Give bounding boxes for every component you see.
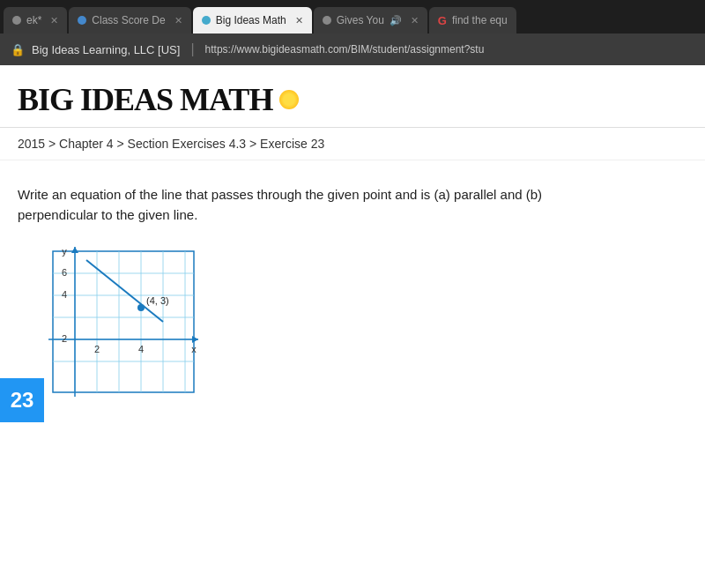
- svg-text:2: 2: [62, 333, 67, 344]
- tab-bar: ek* ✕ Class Score De ✕ Big Ideas Math ✕ …: [0, 0, 705, 33]
- tab-label-2: Class Score De: [92, 14, 165, 26]
- page-content: BIG IDEAS MATH 2015 > Chapter 4 > Sectio…: [0, 65, 705, 588]
- svg-text:y: y: [62, 246, 67, 257]
- site-name: Big Ideas Learning, LLC [US]: [32, 43, 180, 56]
- tab-dot-3: [202, 16, 211, 25]
- tab-label-1: ek*: [26, 14, 41, 26]
- tab-dot-4: [323, 16, 331, 25]
- svg-text:6: 6: [62, 267, 67, 278]
- lock-icon: 🔒: [11, 43, 25, 56]
- address-separator: |: [190, 41, 194, 57]
- svg-text:4: 4: [62, 289, 67, 300]
- bim-title: BIG IDEAS MATH: [18, 81, 687, 118]
- svg-text:2: 2: [94, 344, 100, 354]
- audio-icon: 🔊: [390, 15, 402, 26]
- tab-dot-2: [78, 16, 86, 25]
- svg-rect-0: [53, 251, 194, 392]
- bim-title-text: BIG IDEAS MATH: [18, 81, 272, 118]
- svg-marker-15: [71, 247, 78, 253]
- tab-big-ideas-math[interactable]: Big Ideas Math ✕: [193, 7, 312, 33]
- exercise-area: Write an equation of the line that passe…: [0, 160, 705, 422]
- breadcrumb: 2015 > Chapter 4 > Section Exercises 4.3…: [0, 128, 705, 160]
- svg-point-24: [137, 304, 145, 311]
- address-url[interactable]: https://www.bigideasmath.com/BIM/student…: [205, 43, 485, 56]
- exercise-text: Write an equation of the line that passe…: [18, 185, 617, 225]
- graph-wrapper: 2 4 x y 6 4 2 (4, 3): [26, 242, 203, 401]
- bim-header: BIG IDEAS MATH: [0, 65, 705, 128]
- tab-ek[interactable]: ek* ✕: [4, 7, 67, 33]
- google-icon: G: [438, 14, 447, 27]
- coordinate-graph: 2 4 x y 6 4 2 (4, 3): [26, 242, 203, 401]
- browser-window: ek* ✕ Class Score De ✕ Big Ideas Math ✕ …: [0, 0, 705, 588]
- tab-google[interactable]: G find the equ: [429, 7, 516, 33]
- exercise-number: 23: [11, 388, 34, 413]
- tab-gives-you[interactable]: Gives You 🔊 ✕: [314, 7, 427, 33]
- tab-label-4: Gives You: [337, 14, 384, 26]
- svg-marker-14: [192, 336, 198, 343]
- tab-label-5: find the equ: [452, 14, 508, 26]
- tab-close-4[interactable]: ✕: [407, 15, 419, 26]
- tab-label-3: Big Ideas Math: [216, 14, 286, 26]
- tab-dot-1: [12, 16, 21, 25]
- bim-sun-icon: [279, 90, 299, 109]
- tab-close-2[interactable]: ✕: [171, 15, 182, 26]
- svg-text:x: x: [191, 344, 197, 354]
- tab-close-3[interactable]: ✕: [292, 15, 303, 26]
- address-bar: 🔒 Big Ideas Learning, LLC [US] | https:/…: [0, 33, 705, 65]
- exercise-badge: 23: [0, 378, 44, 422]
- tab-class-score[interactable]: Class Score De ✕: [69, 7, 190, 33]
- breadcrumb-text: 2015 > Chapter 4 > Section Exercises 4.3…: [18, 137, 324, 151]
- svg-text:4: 4: [138, 344, 144, 354]
- svg-text:(4, 3): (4, 3): [146, 295, 169, 306]
- tab-close-1[interactable]: ✕: [47, 15, 58, 26]
